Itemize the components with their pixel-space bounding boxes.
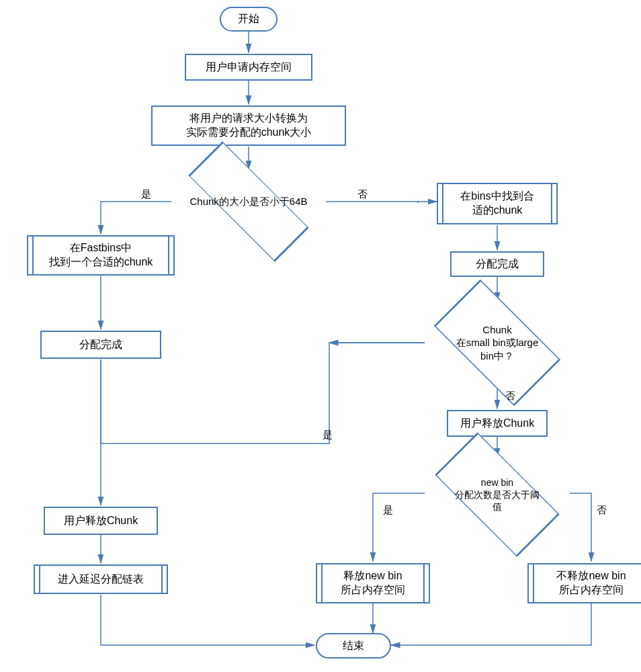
convert-size-text: 将用户的请求大小转换为 实际需要分配的chunk大小 <box>186 112 312 140</box>
bin-type-decision: Chunk 在small bin或large bin中？ <box>425 301 570 384</box>
convert-size-process: 将用户的请求大小转换为 实际需要分配的chunk大小 <box>151 106 346 146</box>
no-release-newbin-text: 不释放new bin 所占内存空间 <box>556 569 626 597</box>
delayed-list-text: 进入延迟分配链表 <box>58 573 144 587</box>
no-label-2: 否 <box>505 390 515 403</box>
size-decision-text: Chunk的大小是否小于64B <box>189 195 307 208</box>
size-decision: Chunk的大小是否小于64B <box>171 169 326 234</box>
newbin-threshold-decision: new bin 分配次数是否大于阈 值 <box>422 456 572 534</box>
user-request-text: 用户申请内存空间 <box>206 60 292 75</box>
alloc-done-right-text: 分配完成 <box>476 257 519 271</box>
find-bins-subprocess: 在bins中找到合 适的chunk <box>437 183 558 224</box>
delayed-list-subprocess: 进入延迟分配链表 <box>34 564 168 594</box>
user-release-left: 用户释放Chunk <box>44 507 158 535</box>
user-release-left-text: 用户释放Chunk <box>64 514 138 528</box>
yes-label-2: 是 <box>323 429 333 442</box>
bin-type-text: Chunk 在small bin或large bin中？ <box>456 323 539 363</box>
no-release-newbin-subprocess: 不释放new bin 所占内存空间 <box>527 563 641 603</box>
start-terminator: 开始 <box>220 7 277 32</box>
yes-label-3: 是 <box>383 504 393 517</box>
alloc-done-left-text: 分配完成 <box>79 338 122 352</box>
find-fastbin-text: 在Fastbins中 找到一个合适的chunk <box>49 241 153 269</box>
find-fastbin-subprocess: 在Fastbins中 找到一个合适的chunk <box>27 235 175 276</box>
release-newbin-text: 释放new bin 所占内存空间 <box>341 569 405 597</box>
start-label: 开始 <box>238 12 259 26</box>
no-label-1: 否 <box>357 188 368 201</box>
alloc-done-right: 分配完成 <box>450 251 544 277</box>
release-newbin-subprocess: 释放new bin 所占内存空间 <box>316 563 430 603</box>
user-request-process: 用户申请内存空间 <box>185 54 312 81</box>
end-terminator: 结束 <box>316 633 391 659</box>
newbin-threshold-text: new bin 分配次数是否大于阈 值 <box>455 476 540 513</box>
end-label: 结束 <box>343 639 364 653</box>
yes-label-1: 是 <box>141 188 151 201</box>
flowchart-canvas: 开始 用户申请内存空间 将用户的请求大小转换为 实际需要分配的chunk大小 C… <box>0 0 641 672</box>
alloc-done-left: 分配完成 <box>40 331 161 359</box>
user-release-right-text: 用户释放Chunk <box>460 417 534 431</box>
user-release-right: 用户释放Chunk <box>447 410 548 437</box>
no-label-3: 否 <box>597 504 607 517</box>
find-bins-text: 在bins中找到合 适的chunk <box>460 190 533 218</box>
